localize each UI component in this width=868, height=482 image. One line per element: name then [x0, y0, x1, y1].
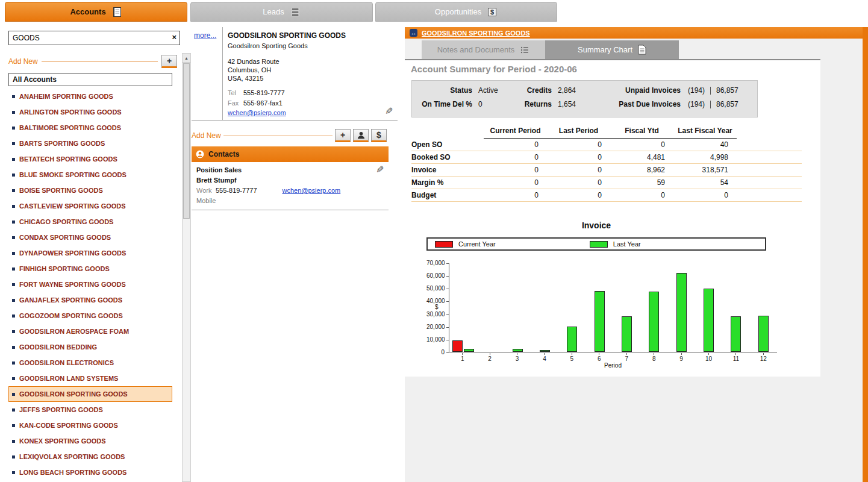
breadcrumb-account-link[interactable]: GOODSILRON SPORTING GOODS — [422, 30, 530, 37]
summary-tab-row: Notes and Documents Summary Chart — [405, 39, 820, 60]
scroll-up-icon[interactable]: ▲ — [183, 54, 190, 63]
summary-cell: 40 — [673, 140, 737, 149]
account-list-item[interactable]: KONEX SPORTING GOODS — [8, 433, 172, 449]
legend-label: Last Year — [613, 240, 641, 248]
edit-contact-icon[interactable]: ✎ — [376, 165, 384, 175]
account-list-item[interactable]: LONG BEACH SPORTING GOODS — [8, 465, 172, 480]
credits-value: 2,864 — [552, 86, 604, 95]
x-axis-tick-label: 9 — [667, 353, 695, 362]
add-opportunity-button[interactable]: $ — [371, 129, 387, 142]
account-list-item[interactable]: ANAHEIM SPORTING GOODS — [8, 89, 172, 104]
contact-card: Position Sales Brett Stumpf Work555-819-… — [192, 162, 389, 210]
account-name: BETATECH SPORTING GOODS — [19, 155, 117, 163]
bullet-icon — [12, 252, 15, 255]
x-axis-tick — [763, 353, 764, 355]
x-axis-tick-label: 4 — [531, 353, 558, 362]
sidebar-scrollbar[interactable]: ▲ — [182, 53, 191, 482]
tab-summary-chart[interactable]: Summary Chart — [545, 40, 679, 59]
x-axis-tick-label: 10 — [695, 353, 722, 362]
search-input[interactable] — [8, 31, 180, 45]
more-link[interactable]: more... — [194, 31, 216, 40]
account-email-link[interactable]: wchen@psierp.com — [228, 109, 286, 116]
scrollbar-thumb[interactable] — [183, 63, 190, 219]
account-list-item[interactable]: GOODSILRON AEROSPACE FOAM — [8, 324, 172, 339]
bullet-icon — [12, 221, 15, 224]
summary-cell: 0 — [610, 191, 673, 199]
account-list-item[interactable]: JEFFS SPORTING GOODS — [8, 402, 172, 418]
tab-accounts[interactable]: Accounts — [5, 2, 187, 22]
tab-leads[interactable]: Leads — [190, 2, 373, 22]
account-name: GOGOZOOM SPORTING GOODS — [19, 312, 123, 319]
account-list-item[interactable]: FORT WAYNE SPORTING GOODS — [8, 277, 172, 292]
chart-plot — [449, 263, 777, 352]
bullet-icon — [12, 127, 15, 130]
x-axis-tick-label: 6 — [585, 353, 613, 362]
chart-column — [750, 263, 777, 352]
account-list-item[interactable]: BLUE SMOKE SPORTING GOODS — [8, 167, 172, 183]
account-name: ANAHEIM SPORTING GOODS — [19, 93, 113, 100]
clear-search-icon[interactable]: × — [172, 33, 176, 42]
add-person-button[interactable] — [353, 129, 369, 142]
bullet-icon — [12, 174, 15, 177]
summary-cell: 8,962 — [610, 166, 673, 174]
account-list-item[interactable]: CHICAGO SPORTING GOODS — [8, 214, 172, 230]
account-list-item[interactable]: GOODSILRON ELECTRONICS — [8, 355, 172, 371]
account-list-item[interactable]: CASTLEVIEW SPORTING GOODS — [8, 198, 172, 214]
bullet-icon — [12, 393, 15, 396]
y-axis-title: $ — [435, 304, 439, 310]
bullet-icon — [12, 362, 15, 365]
account-list-item[interactable]: DYNAPOWER SPORTING GOODS — [8, 245, 172, 261]
account-list-item[interactable]: BALTIMORE SPORTING GOODS — [8, 120, 172, 136]
account-list-item[interactable]: CONDAX SPORTING GOODS — [8, 230, 172, 245]
add-account-button[interactable]: + — [161, 55, 177, 68]
add-contact-button[interactable]: + — [335, 129, 351, 142]
document-page-icon — [638, 45, 646, 55]
pastdue-invoices-label: Past Due Invoices — [604, 100, 681, 108]
summary-panel: ↔ GOODSILRON SPORTING GOODS Notes and Do… — [405, 27, 863, 482]
account-list-item[interactable]: GOGOZOOM SPORTING GOODS — [8, 308, 172, 324]
chart-column — [668, 263, 695, 352]
bullet-icon — [12, 268, 15, 271]
bullet-icon — [12, 455, 15, 459]
summary-cell: 59 — [610, 178, 673, 187]
sidebar-add-new-row: Add New + — [8, 55, 177, 68]
account-list-item[interactable]: FINHIGH SPORTING GOODS — [8, 261, 172, 277]
right-edge-strip — [863, 27, 868, 482]
expand-arrows-icon[interactable]: ↔ — [410, 29, 417, 37]
summary-cell: 318,571 — [673, 166, 737, 174]
edit-account-icon[interactable]: ✎ — [385, 107, 393, 116]
x-axis-tick-label: 3 — [504, 353, 531, 362]
summary-cell: 0 — [484, 166, 547, 174]
account-phones: Tel555-819-7777 Fax555-967-fax1 — [228, 88, 393, 108]
account-list-item[interactable]: KAN-CODE SPORTING GOODS — [8, 418, 172, 433]
account-name: LONG BEACH SPORTING GOODS — [19, 469, 126, 476]
more-cell: more... — [192, 27, 223, 120]
account-list-item-selected[interactable]: GOODSILRON SPORTING GOODS — [8, 386, 172, 402]
fax-line: Fax555-967-fax1 — [228, 98, 393, 108]
tab-summary-label: Summary Chart — [578, 45, 632, 54]
account-list-item[interactable]: BOISE SPORTING GOODS — [8, 183, 172, 198]
account-list-item[interactable]: GOODSILRON BEDDING — [8, 339, 172, 355]
x-axis-title: Period — [449, 362, 777, 369]
chart-column — [476, 263, 504, 352]
tab-opportunities[interactable]: Opportunities $ — [375, 2, 557, 22]
tab-notes-and-documents[interactable]: Notes and Documents — [422, 40, 545, 59]
chart-bar-last-year — [464, 349, 474, 352]
account-list-item[interactable]: GOODSILRON LAND SYSTEMS — [8, 371, 172, 386]
account-list-item[interactable]: ARLINGTON SPORTING GOODS — [8, 104, 172, 120]
summary-cell: 0 — [484, 153, 547, 161]
account-list-item[interactable]: GANJAFLEX SPORTING GOODS — [8, 292, 172, 308]
x-axis-tick-label: 2 — [476, 353, 503, 362]
plus-icon: + — [167, 56, 172, 66]
account-list-item[interactable]: BETATECH SPORTING GOODS — [8, 151, 172, 167]
contacts-header-label: Contacts — [208, 150, 239, 158]
bullet-icon — [12, 111, 15, 114]
contact-email-link[interactable]: wchen@psierp.com — [283, 187, 341, 194]
chart-column — [722, 263, 749, 352]
account-list-item[interactable]: LEXIQVOLAX SPORTING GOODS — [8, 449, 172, 465]
contact-work-line: Work555-819-7777wchen@psierp.com — [196, 187, 385, 194]
account-list-item[interactable]: BARTS SPORTING GOODS — [8, 136, 172, 151]
legend-entry: Last Year — [590, 239, 641, 249]
account-address: 42 Dundas Route Columbus, OH USA, 43215 — [228, 57, 393, 83]
status-label: Status — [412, 86, 472, 95]
